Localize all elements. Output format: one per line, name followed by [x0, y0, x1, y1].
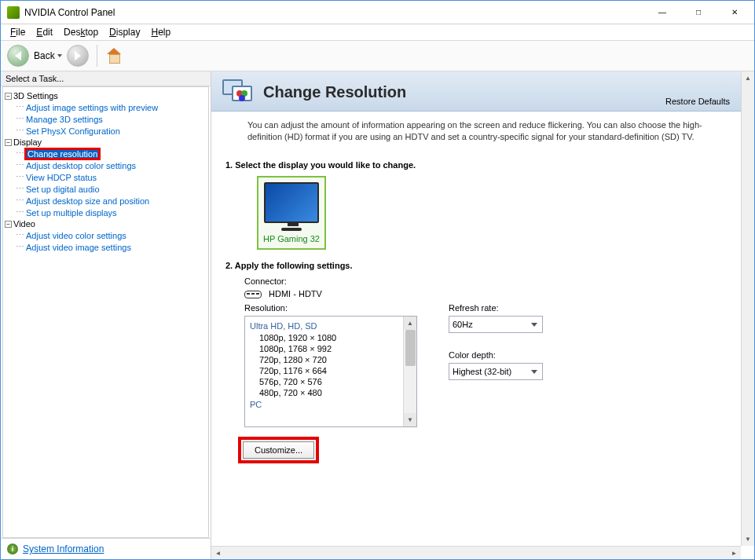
toolbar-divider — [97, 45, 97, 67]
connector-value: HDMI - HDTV — [269, 289, 322, 298]
change-resolution-icon — [222, 78, 254, 106]
system-information-link[interactable]: i System Information — [1, 538, 211, 559]
resolution-category: Ultra HD, HD, SD — [250, 321, 412, 331]
resolution-option[interactable]: 720p, 1176 × 664 — [250, 365, 412, 376]
menu-edit[interactable]: Edit — [31, 25, 57, 39]
back-label: Back — [34, 50, 55, 61]
item-adjust-desktop-color[interactable]: ⋯Adjust desktop color settings — [16, 159, 207, 171]
group-3d-settings[interactable]: − 3D Settings — [5, 90, 207, 101]
restore-defaults-link[interactable]: Restore Defaults — [665, 97, 730, 106]
vertical-scrollbar[interactable]: ▲ ▼ — [741, 71, 754, 546]
sidebar-header: Select a Task... — [1, 71, 211, 86]
step1-heading: 1. Select the display you would like to … — [225, 160, 727, 170]
depth-label: Color depth: — [449, 350, 543, 360]
page-title: Change Resolution — [263, 83, 406, 101]
refresh-label: Refresh rate: — [449, 303, 543, 313]
minimize-button[interactable]: — — [644, 2, 680, 24]
scroll-down-icon[interactable]: ▼ — [742, 533, 754, 546]
collapse-icon[interactable]: − — [5, 93, 12, 100]
group-video[interactable]: − Video — [5, 218, 207, 229]
item-change-resolution[interactable]: ⋯Change resolution — [16, 148, 207, 159]
refresh-rate-select[interactable]: 60Hz — [449, 316, 543, 333]
arrow-right-icon — [75, 51, 81, 60]
resolution-scrollbar[interactable]: ▲ ▼ — [403, 317, 416, 426]
item-digital-audio[interactable]: ⋯Set up digital audio — [16, 183, 207, 195]
scroll-up-icon[interactable]: ▲ — [404, 317, 416, 330]
resolution-option[interactable]: 1080p, 1768 × 992 — [250, 343, 412, 354]
menu-help[interactable]: Help — [146, 25, 175, 39]
collapse-icon[interactable]: − — [5, 221, 12, 228]
forward-button[interactable] — [67, 45, 89, 67]
resolution-category-cut: PC — [250, 400, 412, 408]
menu-desktop[interactable]: Desktop — [59, 25, 103, 39]
item-physx[interactable]: ⋯Set PhysX Configuration — [16, 125, 207, 137]
scroll-down-icon[interactable]: ▼ — [404, 413, 416, 426]
toolbar: Back — [1, 40, 754, 71]
collapse-icon[interactable]: − — [5, 139, 12, 146]
item-video-image[interactable]: ⋯Adjust video image settings — [16, 241, 207, 253]
sidebar: Select a Task... − 3D Settings ⋯Adjust i… — [1, 71, 211, 559]
hdmi-icon — [244, 291, 262, 298]
back-button[interactable] — [7, 45, 29, 67]
window-title: NVIDIA Control Panel — [24, 7, 644, 18]
back-label-group[interactable]: Back — [34, 50, 62, 61]
item-video-color[interactable]: ⋯Adjust video color settings — [16, 229, 207, 241]
scroll-up-icon[interactable]: ▲ — [742, 71, 754, 85]
item-view-hdcp[interactable]: ⋯View HDCP status — [16, 171, 207, 183]
resolution-option[interactable]: 720p, 1280 × 720 — [250, 354, 412, 365]
display-name: HP Gaming 32 — [263, 234, 320, 243]
home-icon[interactable] — [105, 48, 123, 64]
horizontal-scrollbar[interactable]: ◄ ► — [211, 546, 741, 559]
info-icon: i — [7, 544, 18, 555]
connector-label: Connector: — [244, 276, 727, 286]
customize-button[interactable]: Customize... — [243, 441, 314, 459]
item-manage-3d[interactable]: ⋯Manage 3D settings — [16, 113, 207, 125]
task-tree: − 3D Settings ⋯Adjust image settings wit… — [2, 86, 209, 538]
scroll-left-icon[interactable]: ◄ — [211, 547, 225, 559]
resolution-option[interactable]: 1080p, 1920 × 1080 — [250, 332, 412, 343]
scroll-right-icon[interactable]: ► — [728, 547, 741, 559]
monitor-icon — [264, 182, 319, 223]
menu-file[interactable]: File — [5, 25, 30, 39]
group-display[interactable]: − Display — [5, 137, 207, 148]
menubar: File Edit Desktop Display Help — [1, 24, 754, 40]
step2-heading: 2. Apply the following settings. — [225, 261, 727, 270]
color-depth-select[interactable]: Highest (32-bit) — [449, 363, 543, 380]
page-description: You can adjust the amount of information… — [211, 112, 741, 157]
resolution-option[interactable]: 480p, 720 × 480 — [250, 387, 412, 398]
titlebar: NVIDIA Control Panel — □ ✕ — [1, 1, 754, 24]
close-button[interactable]: ✕ — [717, 2, 753, 24]
app-icon — [7, 6, 20, 19]
page-header: Change Resolution Restore Defaults — [211, 71, 741, 112]
item-adjust-image-preview[interactable]: ⋯Adjust image settings with preview — [16, 101, 207, 113]
maximize-button[interactable]: □ — [680, 2, 717, 24]
scroll-thumb[interactable] — [405, 330, 416, 366]
content-area: Change Resolution Restore Defaults You c… — [211, 71, 754, 559]
chevron-down-icon — [57, 54, 62, 57]
resolution-label: Resolution: — [244, 303, 417, 313]
resolution-option[interactable]: 576p, 720 × 576 — [250, 376, 412, 387]
arrow-left-icon — [15, 51, 21, 60]
resolution-list[interactable]: Ultra HD, HD, SD 1080p, 1920 × 1080 1080… — [244, 316, 417, 427]
item-multiple-displays[interactable]: ⋯Set up multiple displays — [16, 207, 207, 218]
menu-display[interactable]: Display — [104, 25, 145, 39]
item-desktop-size[interactable]: ⋯Adjust desktop size and position — [16, 195, 207, 207]
display-tile[interactable]: HP Gaming 32 — [257, 176, 326, 250]
